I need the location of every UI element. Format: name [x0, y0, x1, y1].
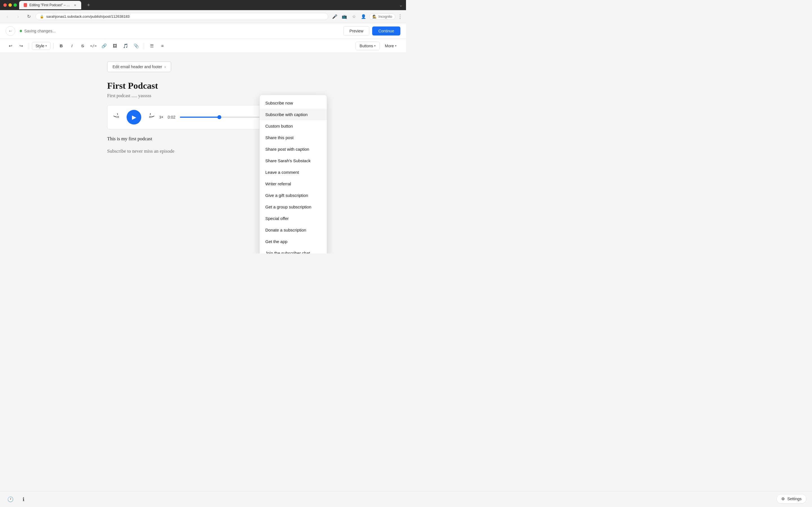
- svg-text:30: 30: [149, 115, 152, 118]
- continue-button[interactable]: Continue: [372, 26, 400, 36]
- reload-button[interactable]: ↻: [25, 13, 33, 20]
- menu-item-donate[interactable]: Donate a subscription: [260, 224, 327, 236]
- embed-button[interactable]: 📎: [132, 41, 141, 51]
- address-bar: ‹ › ↻ 🔒 sarahjonas1.substack.com/publish…: [0, 10, 406, 23]
- menu-item-subscribe-now[interactable]: Subscribe now: [260, 97, 327, 109]
- toolbar-divider-2: [53, 43, 54, 49]
- play-button[interactable]: ▶: [126, 110, 141, 124]
- svg-text:15: 15: [116, 115, 119, 118]
- cast-icon[interactable]: 📺: [341, 13, 348, 20]
- url-bar[interactable]: 🔒 sarahjonas1.substack.com/publish/post/…: [36, 13, 328, 20]
- playback-speed-button[interactable]: 1×: [159, 115, 163, 119]
- menu-item-leave-comment[interactable]: Leave a comment: [260, 166, 327, 178]
- audio-progress-thumb: [217, 115, 221, 119]
- close-window-button[interactable]: [3, 3, 7, 7]
- tab-close-button[interactable]: ✕: [73, 3, 77, 7]
- tab-favicon: [24, 3, 27, 7]
- menu-item-share-substack[interactable]: Share Sarah's Substack: [260, 155, 327, 166]
- menu-item-subscribe-caption[interactable]: Subscribe with caption: [260, 109, 327, 120]
- back-to-posts-button[interactable]: ←: [6, 26, 15, 36]
- address-actions: 🎤 📺 ☆ 👤 🕵 Incognito ⋮: [331, 13, 403, 20]
- style-label: Style: [36, 44, 44, 48]
- bookmark-icon[interactable]: ☆: [350, 13, 357, 20]
- menu-item-gift-subscription[interactable]: Give a gift subscription: [260, 189, 327, 201]
- menu-item-get-app[interactable]: Get the app: [260, 236, 327, 247]
- menu-item-share-post[interactable]: Share this post: [260, 132, 327, 144]
- menu-item-group-subscription[interactable]: Get a group subscription: [260, 201, 327, 213]
- more-dropdown[interactable]: More ▾: [381, 42, 400, 50]
- editor-toolbar: ↩ ↪ Style ▾ B I S </> 🔗 🖼 🎵 📎 ☰ ≡ Button…: [0, 39, 406, 53]
- email-header-footer-button[interactable]: Edit email header and footer ›: [107, 61, 171, 72]
- microphone-icon[interactable]: 🎤: [331, 13, 338, 20]
- profile-icon[interactable]: 👤: [360, 13, 367, 20]
- incognito-icon: 🕵: [372, 15, 377, 18]
- browser-menu-button[interactable]: ⋮: [398, 13, 403, 20]
- menu-item-subscriber-chat[interactable]: Join the subscriber chat: [260, 247, 327, 253]
- editor-header: ← Saving changes... Preview Continue: [0, 23, 406, 39]
- lock-icon: 🔒: [40, 15, 44, 18]
- buttons-label: Buttons: [360, 44, 373, 48]
- audio-button[interactable]: 🎵: [121, 41, 130, 51]
- buttons-dropdown[interactable]: Buttons ▾: [356, 42, 380, 50]
- email-header-footer-label: Edit email header and footer: [112, 64, 162, 69]
- image-button[interactable]: 🖼: [110, 41, 119, 51]
- buttons-dropdown-arrow: ▾: [374, 44, 375, 47]
- menu-item-writer-referral[interactable]: Writer referral: [260, 178, 327, 189]
- saving-dot-icon: [20, 30, 22, 32]
- forward-button[interactable]: ›: [14, 13, 22, 20]
- link-button[interactable]: 🔗: [99, 41, 109, 51]
- editor-main: Edit email header and footer › First Pod…: [0, 53, 406, 253]
- skip-back-button[interactable]: 15: [113, 113, 122, 122]
- code-button[interactable]: </>: [89, 41, 98, 51]
- tab-title: Editing "First Podcast" – Subs...: [29, 3, 71, 7]
- audio-progress-fill: [180, 117, 219, 118]
- back-button[interactable]: ‹: [3, 13, 11, 20]
- audio-time-display: 0:02: [168, 115, 175, 119]
- bold-button[interactable]: B: [56, 41, 66, 51]
- active-tab[interactable]: Editing "First Podcast" – Subs... ✕: [19, 1, 81, 9]
- strikethrough-button[interactable]: S: [78, 41, 87, 51]
- toolbar-divider-1: [29, 43, 29, 49]
- undo-button[interactable]: ↩: [6, 41, 15, 51]
- minimize-window-button[interactable]: [8, 3, 12, 7]
- redo-button[interactable]: ↪: [16, 41, 26, 51]
- traffic-lights: [3, 3, 17, 7]
- chevron-right-icon: ›: [164, 64, 166, 69]
- incognito-badge: 🕵 Incognito: [369, 13, 395, 20]
- new-tab-button[interactable]: +: [85, 1, 93, 9]
- skip-forward-button[interactable]: 30: [146, 113, 155, 122]
- menu-item-share-post-caption[interactable]: Share post with caption: [260, 144, 327, 155]
- incognito-label: Incognito: [378, 15, 392, 18]
- numbered-list-button[interactable]: ≡: [158, 41, 167, 51]
- saving-status-text: Saving changes...: [24, 29, 56, 33]
- maximize-window-button[interactable]: [13, 3, 17, 7]
- style-dropdown-arrow: ▾: [45, 44, 47, 47]
- menu-item-custom-button[interactable]: Custom button: [260, 120, 327, 132]
- bullet-list-button[interactable]: ☰: [147, 41, 156, 51]
- browser-collapse-icon[interactable]: ⌄: [399, 3, 403, 7]
- url-text: sarahjonas1.substack.com/publish/post/11…: [46, 14, 324, 18]
- more-dropdown-arrow: ▾: [395, 44, 396, 47]
- post-title[interactable]: First Podcast: [107, 80, 299, 91]
- menu-item-special-offer[interactable]: Special offer: [260, 213, 327, 224]
- style-dropdown[interactable]: Style ▾: [32, 42, 50, 50]
- buttons-dropdown-menu: Subscribe now Subscribe with caption Cus…: [259, 95, 327, 253]
- italic-button[interactable]: I: [67, 41, 77, 51]
- preview-button[interactable]: Preview: [343, 26, 369, 36]
- more-label: More: [385, 44, 394, 48]
- saving-status: Saving changes...: [20, 29, 56, 33]
